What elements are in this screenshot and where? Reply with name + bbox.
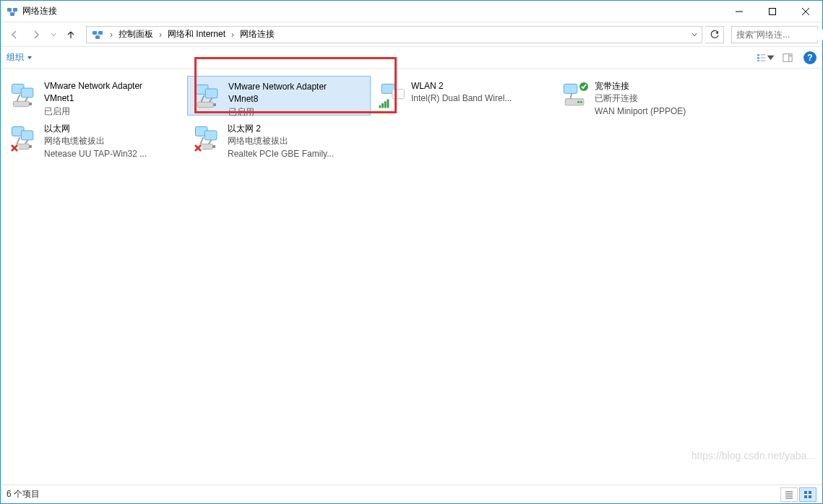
- svg-rect-22: [790, 55, 792, 56]
- chevron-right-icon[interactable]: ›: [228, 30, 237, 40]
- connection-name: 以太网 2: [228, 123, 368, 135]
- chevron-right-icon[interactable]: ›: [156, 30, 165, 40]
- svg-rect-14: [757, 54, 759, 56]
- adapter-icon: [5, 77, 43, 115]
- svg-rect-20: [783, 53, 792, 61]
- svg-rect-15: [757, 57, 759, 58]
- connection-text: 宽带连接已断开连接WAN Miniport (PPPOE): [593, 77, 736, 118]
- connection-item[interactable]: VMware Network AdapterVMnet8已启用: [187, 76, 371, 116]
- window-controls: [723, 1, 822, 22]
- help-button[interactable]: ?: [803, 51, 816, 64]
- close-button[interactable]: [789, 1, 822, 22]
- connection-name: VMware Network Adapter: [228, 81, 367, 93]
- watermark: https://blog.csdn.net/yaba...: [691, 450, 815, 461]
- svg-rect-16: [757, 60, 759, 61]
- location-icon: [91, 28, 104, 41]
- connection-text: WLAN 2Intel(R) Dual Band Wirel...: [410, 77, 553, 105]
- svg-rect-34: [382, 103, 384, 108]
- svg-rect-29: [197, 102, 213, 107]
- svg-point-39: [580, 101, 582, 103]
- wlan-icon: [372, 77, 410, 115]
- svg-rect-6: [770, 8, 776, 14]
- modem-icon: [556, 77, 593, 115]
- window-title: 网络连接: [22, 5, 723, 17]
- connection-name: 宽带连接: [595, 80, 735, 92]
- item-count: 6 个项目: [7, 488, 40, 500]
- connection-detail: Realtek PCIe GBE Family...: [228, 148, 368, 160]
- svg-rect-0: [7, 8, 12, 12]
- connection-item[interactable]: 宽带连接已断开连接WAN Miniport (PPPOE): [554, 76, 738, 116]
- connection-status: 已启用: [44, 105, 184, 118]
- details-view-button[interactable]: [780, 487, 798, 502]
- breadcrumb-dropdown[interactable]: [691, 32, 700, 38]
- titlebar: 网络连接: [1, 1, 822, 22]
- svg-rect-43: [21, 131, 33, 140]
- organize-button[interactable]: 组织: [7, 51, 33, 64]
- breadcrumb[interactable]: › 控制面板 › 网络和 Internet › 网络连接: [86, 26, 702, 43]
- svg-rect-25: [13, 101, 29, 106]
- large-icons-view-button[interactable]: [799, 487, 816, 502]
- connection-text: VMware Network AdapterVMnet8已启用: [227, 78, 369, 118]
- connection-detail: Intel(R) Dual Band Wirel...: [411, 92, 551, 105]
- connection-name: 以太网: [44, 123, 184, 135]
- adapter-icon: [189, 120, 226, 157]
- connection-item[interactable]: 以太网网络电缆被拔出Netease UU TAP-Win32 ...: [4, 118, 187, 158]
- recent-dropdown[interactable]: [48, 25, 59, 44]
- maximize-button[interactable]: [756, 1, 789, 22]
- connection-item[interactable]: WLAN 2Intel(R) Dual Band Wirel...: [371, 76, 554, 116]
- window: 网络连接 › 控制面板 › 网络和 Internet › 网络连接: [0, 0, 823, 504]
- connection-name-line2: VMnet8: [228, 93, 367, 105]
- chevron-right-icon[interactable]: ›: [107, 30, 116, 40]
- svg-rect-28: [205, 89, 217, 98]
- svg-rect-61: [809, 491, 811, 494]
- svg-rect-45: [29, 145, 32, 148]
- svg-rect-10: [98, 31, 103, 35]
- connection-name-line2: VMnet1: [44, 92, 184, 105]
- connection-text: 以太网网络电缆被拔出Netease UU TAP-Win32 ...: [43, 120, 186, 160]
- adapter-icon: [5, 120, 43, 157]
- search-box[interactable]: [731, 26, 818, 43]
- connection-text: VMware Network AdapterVMnet1已启用: [43, 77, 186, 118]
- status-bar: 6 个项目: [1, 485, 822, 503]
- refresh-button[interactable]: [705, 26, 724, 43]
- breadcrumb-item[interactable]: 控制面板: [116, 27, 156, 43]
- svg-rect-60: [804, 491, 807, 494]
- connection-name: WLAN 2: [411, 80, 551, 92]
- command-bar: 组织 ?: [1, 47, 822, 69]
- svg-rect-52: [212, 145, 215, 148]
- svg-rect-63: [809, 495, 811, 498]
- connection-item[interactable]: VMware Network AdapterVMnet1已启用: [4, 76, 187, 116]
- connection-status: 已断开连接: [595, 92, 735, 105]
- minimize-button[interactable]: [723, 1, 756, 22]
- back-button[interactable]: [5, 25, 24, 44]
- app-icon: [7, 6, 18, 17]
- svg-rect-9: [92, 31, 97, 35]
- connection-detail: WAN Miniport (PPPOE): [595, 105, 735, 118]
- svg-rect-36: [387, 100, 389, 108]
- view-options-button[interactable]: [756, 50, 776, 66]
- svg-rect-11: [95, 35, 100, 39]
- svg-point-40: [577, 101, 579, 103]
- forward-button[interactable]: [27, 25, 46, 44]
- connection-item[interactable]: 以太网 2网络电缆被拔出Realtek PCIe GBE Family...: [187, 118, 371, 158]
- preview-pane-button[interactable]: [777, 50, 798, 66]
- svg-rect-37: [564, 84, 577, 94]
- connection-status: 已启用: [228, 106, 367, 118]
- content-area[interactable]: VMware Network AdapterVMnet1已启用VMware Ne…: [1, 69, 822, 485]
- adapter-icon: [189, 78, 227, 116]
- svg-rect-50: [204, 131, 217, 140]
- breadcrumb-item[interactable]: 网络和 Internet: [165, 27, 228, 43]
- address-bar: › 控制面板 › 网络和 Internet › 网络连接: [1, 22, 822, 47]
- svg-rect-24: [21, 88, 33, 97]
- svg-rect-30: [213, 103, 216, 106]
- connection-status: 网络电缆被拔出: [228, 135, 368, 147]
- chevron-down-icon: [766, 53, 775, 63]
- search-input[interactable]: [732, 30, 823, 40]
- connection-name: VMware Network Adapter: [44, 80, 184, 92]
- up-button[interactable]: [61, 25, 80, 44]
- svg-rect-35: [384, 101, 387, 108]
- svg-rect-1: [13, 8, 17, 12]
- svg-rect-62: [804, 495, 807, 498]
- connection-text: 以太网 2网络电缆被拔出Realtek PCIe GBE Family...: [226, 120, 369, 160]
- breadcrumb-item[interactable]: 网络连接: [237, 27, 277, 43]
